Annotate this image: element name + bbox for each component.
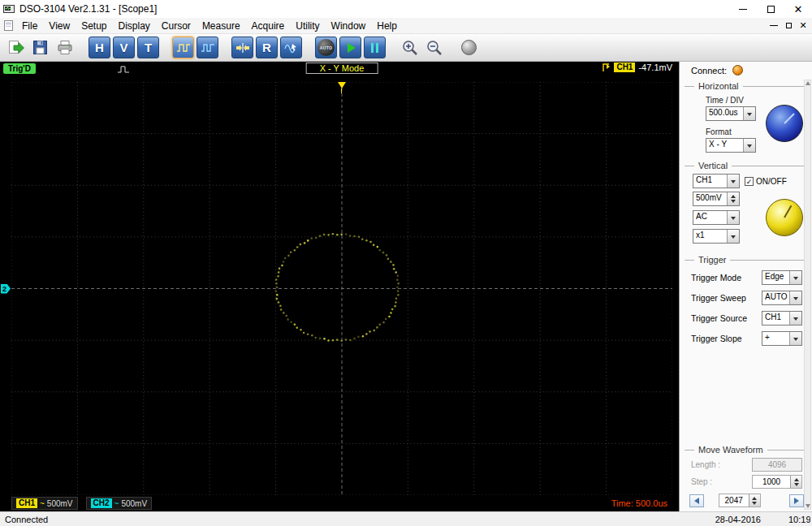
trigger-slope-select[interactable]: + — [762, 331, 802, 346]
menu-cursor[interactable]: Cursor — [156, 19, 197, 33]
channel-readout-bar: CH1 ~ 500mV CH2 ~ 500mV Time: 500.0us — [11, 497, 672, 510]
mdi-restore-button[interactable] — [781, 19, 796, 32]
channel1-readout[interactable]: CH1 ~ 500mV — [11, 497, 78, 510]
status-datetime: 28-04-2016 10:19 — [715, 515, 812, 524]
horizontal-panel-button[interactable]: H — [89, 37, 110, 58]
save-button[interactable] — [29, 37, 51, 58]
spinner-icon[interactable] — [790, 476, 801, 488]
auto-scale-button[interactable]: AUTO — [315, 37, 337, 58]
trigger-source-select[interactable]: CH1 — [762, 311, 802, 326]
chevron-down-icon[interactable] — [789, 312, 801, 325]
move-waveform-title: Move Waveform — [685, 445, 807, 455]
knob-pointer — [784, 205, 792, 218]
chevron-down-icon[interactable] — [743, 107, 755, 120]
square-wave-icon — [176, 41, 191, 54]
volts-value: 500mV — [693, 192, 727, 205]
chevron-down-icon[interactable] — [789, 291, 801, 304]
step-input[interactable]: 1000 — [752, 475, 802, 489]
scrollbar-down-icon[interactable] — [806, 504, 810, 508]
pause-icon — [371, 43, 378, 53]
trigger-level-value: -47.1mV — [638, 63, 672, 72]
volts-div-select[interactable]: 500mV — [693, 192, 740, 206]
time-div-value: 500.0us — [706, 107, 743, 120]
minimize-button[interactable] — [729, 0, 757, 18]
position-input[interactable]: 2047 — [719, 494, 761, 507]
autoset-button[interactable] — [231, 37, 253, 58]
format-label: Format — [706, 127, 756, 136]
scroll-left-button[interactable] — [689, 494, 704, 507]
control-panel: Connect: Horizontal Time / DIV 500.0us F… — [679, 62, 812, 511]
chevron-down-icon[interactable] — [727, 175, 739, 188]
scope-column: Trig'D X - Y Mode CH1 -47.1mV 2 — [0, 62, 679, 511]
mdi-close-icon: ✕ — [799, 21, 806, 30]
waveform-mode2-button[interactable] — [197, 37, 218, 58]
trigger-panel-button[interactable]: T — [137, 37, 159, 58]
channel2-readout[interactable]: CH2 ~ 500mV — [86, 497, 153, 510]
knob-pointer — [784, 113, 794, 123]
close-icon: ✕ — [794, 4, 803, 15]
chevron-down-icon[interactable] — [743, 139, 755, 152]
ch2-level-marker[interactable]: 2 — [1, 284, 11, 294]
menu-measure[interactable]: Measure — [197, 19, 246, 33]
chevron-down-icon[interactable] — [727, 230, 739, 243]
ch2-coupling-icon: ~ — [114, 499, 119, 508]
menu-utility[interactable]: Utility — [290, 19, 325, 33]
self-cal-button[interactable] — [458, 37, 480, 58]
window-title: DSO-3104 Ver2.1.31 - [Scope1] — [19, 3, 157, 15]
menu-help[interactable]: Help — [371, 19, 403, 33]
horizontal-knob[interactable] — [766, 105, 803, 142]
spinner-icon[interactable] — [749, 494, 760, 507]
probe-value: x1 — [693, 230, 727, 243]
app-icon — [0, 4, 18, 14]
refresh-button[interactable]: R — [256, 37, 278, 58]
trig-status-badge: Trig'D — [3, 63, 36, 74]
zoom-in-button[interactable] — [399, 37, 421, 58]
zoom-out-button[interactable] — [423, 37, 445, 58]
trigger-position-line — [341, 88, 342, 93]
zoom-out-icon — [425, 39, 443, 57]
chevron-down-icon[interactable] — [789, 271, 801, 284]
panel-scrollbar[interactable] — [804, 80, 811, 510]
menu-file[interactable]: File — [16, 19, 43, 33]
onoff-label: ON/OFF — [756, 177, 787, 186]
play-icon — [348, 43, 356, 53]
menu-display[interactable]: Display — [113, 19, 156, 33]
move-waveform-section: Move Waveform Length : 4096 Step : 1000 … — [680, 441, 812, 510]
scrollbar-up-icon[interactable] — [806, 81, 810, 85]
close-button[interactable]: ✕ — [784, 0, 812, 18]
mdi-close-button[interactable]: ✕ — [796, 19, 810, 32]
cursor-measure-button[interactable] — [280, 37, 302, 58]
step-label: Step : — [691, 477, 712, 486]
menu-acquire[interactable]: Acquire — [246, 19, 291, 33]
format-select[interactable]: X - Y — [706, 138, 756, 153]
probe-select[interactable]: x1 — [693, 229, 740, 244]
trigger-mode-label: Trigger Mode — [691, 273, 741, 282]
channel-select[interactable]: CH1 — [693, 174, 740, 188]
maximize-button[interactable] — [757, 0, 784, 18]
print-button[interactable] — [54, 37, 76, 58]
waveform-mode-button[interactable] — [172, 37, 194, 58]
v-label: V — [119, 41, 127, 54]
connect-indicator[interactable] — [732, 65, 743, 75]
coupling-select[interactable]: AC — [693, 210, 740, 225]
scroll-right-button[interactable] — [789, 494, 804, 507]
menu-setup[interactable]: Setup — [76, 19, 112, 33]
chevron-down-icon[interactable] — [727, 211, 739, 224]
menu-view[interactable]: View — [43, 19, 76, 33]
run-button[interactable] — [339, 37, 361, 58]
chevron-down-icon[interactable] — [789, 332, 801, 345]
mdi-minimize-button[interactable] — [767, 19, 781, 32]
trigger-level-icon — [603, 63, 611, 72]
spinner-icon[interactable] — [727, 192, 739, 205]
vertical-knob[interactable] — [766, 199, 803, 236]
pause-button[interactable] — [364, 37, 386, 58]
ch1-onoff-checkbox[interactable] — [745, 177, 754, 186]
trigger-position-marker[interactable] — [338, 82, 346, 88]
trigger-source-badge: CH1 — [614, 63, 635, 72]
time-div-select[interactable]: 500.0us — [706, 106, 756, 121]
vertical-panel-button[interactable]: V — [113, 37, 135, 58]
menu-window[interactable]: Window — [326, 19, 372, 33]
open-button[interactable] — [5, 37, 27, 58]
trigger-sweep-select[interactable]: AUTO — [762, 291, 802, 305]
trigger-mode-select[interactable]: Edge — [762, 270, 802, 285]
